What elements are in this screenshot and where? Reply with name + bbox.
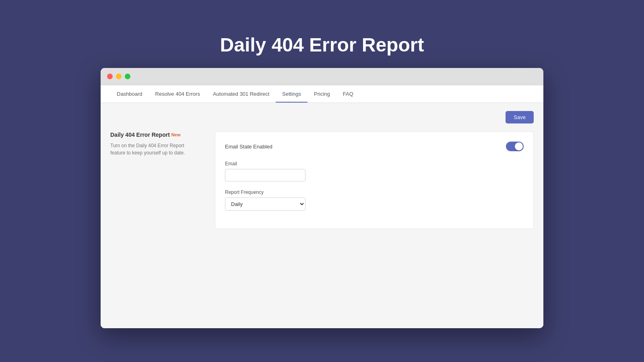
close-button[interactable] [107, 74, 113, 79]
titlebar [101, 68, 543, 85]
section-title: Daily 404 Error ReportNew [110, 132, 199, 138]
toggle-track [506, 142, 524, 151]
frequency-group: Report Frequency Daily Weekly Monthly [225, 189, 524, 211]
frequency-label: Report Frequency [225, 189, 524, 195]
email-state-toggle[interactable] [506, 142, 524, 151]
main-content: Save Daily 404 Error ReportNew Turn on t… [101, 103, 543, 328]
save-button[interactable]: Save [506, 111, 534, 123]
toggle-label: Email State Enabled [225, 144, 272, 150]
email-group: Email [225, 161, 524, 181]
page-title: Daily 404 Error Report [220, 34, 424, 56]
maximize-button[interactable] [125, 74, 130, 79]
nav-item-dashboard[interactable]: Dashboard [110, 85, 149, 103]
nav-item-automated-301[interactable]: Automated 301 Redirect [206, 85, 276, 103]
settings-panel: Email State Enabled Email Report Freq [215, 132, 534, 229]
new-badge: New [171, 132, 181, 137]
minimize-button[interactable] [116, 74, 122, 79]
toggle-thumb [515, 142, 523, 150]
nav-item-resolve-404[interactable]: Resolve 404 Errors [149, 85, 206, 103]
navbar: Dashboard Resolve 404 Errors Automated 3… [101, 85, 543, 103]
app-window: Dashboard Resolve 404 Errors Automated 3… [101, 68, 543, 328]
email-input[interactable] [225, 169, 305, 181]
email-label: Email [225, 161, 524, 167]
settings-description: Daily 404 Error ReportNew Turn on the Da… [110, 132, 199, 229]
toggle-row: Email State Enabled [225, 142, 524, 151]
toolbar: Save [110, 111, 534, 123]
nav-item-settings[interactable]: Settings [276, 85, 308, 103]
section-description: Turn on the Daily 404 Error Report featu… [110, 142, 199, 156]
nav-item-faq[interactable]: FAQ [336, 85, 360, 103]
settings-layout: Daily 404 Error ReportNew Turn on the Da… [110, 132, 534, 229]
frequency-select[interactable]: Daily Weekly Monthly [225, 197, 305, 211]
nav-item-pricing[interactable]: Pricing [308, 85, 336, 103]
